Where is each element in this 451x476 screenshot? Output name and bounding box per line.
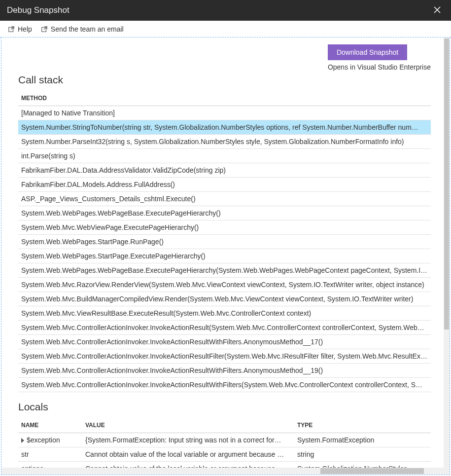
locals-value-cell: Cannot obtain value of the local variabl… <box>82 462 294 468</box>
callstack-method-cell: FabrikamFiber.DAL.Models.Address.FullAdd… <box>18 178 431 192</box>
callstack-method-header: METHOD <box>18 91 431 106</box>
callstack-method-cell: FabrikamFiber.DAL.Data.AddressValidator.… <box>18 163 431 178</box>
callstack-method-cell: System.Web.WebPages.WebPageBase.ExecuteP… <box>18 263 431 278</box>
callstack-method-cell: System.Web.Mvc.ControllerActionInvoker.I… <box>18 349 431 364</box>
toolbar: Help Send the team an email <box>0 21 451 37</box>
callstack-row[interactable]: System.Web.Mvc.ControllerActionInvoker.I… <box>18 321 431 335</box>
callstack-title: Call stack <box>18 74 431 86</box>
expand-caret-icon[interactable] <box>21 438 24 443</box>
locals-row[interactable]: strCannot obtain value of the local vari… <box>18 447 431 462</box>
callstack-row[interactable]: System.Web.WebPages.StartPage.ExecutePag… <box>18 249 431 263</box>
close-button[interactable] <box>430 3 444 17</box>
locals-value-cell: {System.FormatException: Input string wa… <box>82 433 294 447</box>
callstack-method-cell: System.Web.Mvc.WebViewPage.ExecutePageHi… <box>18 220 431 235</box>
locals-name-cell: str <box>18 447 82 462</box>
callstack-row[interactable]: System.Web.Mvc.ControllerActionInvoker.I… <box>18 335 431 349</box>
email-link[interactable]: Send the team an email <box>41 25 124 33</box>
callstack-method-cell: System.Web.Mvc.ControllerActionInvoker.I… <box>18 364 431 378</box>
locals-type-cell: System.Globalization.NumberStyles <box>294 462 431 468</box>
close-icon <box>433 6 441 14</box>
vertical-scrollbar[interactable] <box>444 37 450 468</box>
locals-table: NAME VALUE TYPE $exception{System.Format… <box>18 418 431 468</box>
download-block: Download Snapshot Opens in Visual Studio… <box>328 44 431 71</box>
email-label: Send the team an email <box>51 25 124 33</box>
callstack-method-cell: System.Web.WebPages.StartPage.ExecutePag… <box>18 249 431 263</box>
callstack-method-cell: System.Web.Mvc.ControllerActionInvoker.I… <box>18 335 431 349</box>
window-header: Debug Snapshot <box>0 0 451 21</box>
callstack-row[interactable]: System.Web.WebPages.WebPageBase.ExecuteP… <box>18 263 431 278</box>
external-link-icon <box>8 26 15 33</box>
window-title: Debug Snapshot <box>7 5 69 15</box>
callstack-method-cell: ASP._Page_Views_Customers_Details_cshtml… <box>18 192 431 206</box>
locals-row[interactable]: optionsCannot obtain value of the local … <box>18 462 431 468</box>
callstack-row[interactable]: System.Web.Mvc.ViewResultBase.ExecuteRes… <box>18 306 431 321</box>
horizontal-scrollbar-thumb[interactable] <box>320 468 424 474</box>
callstack-row[interactable]: System.Web.WebPages.StartPage.RunPage() <box>18 235 431 249</box>
callstack-row[interactable]: FabrikamFiber.DAL.Data.AddressValidator.… <box>18 163 431 178</box>
callstack-method-cell: System.Web.WebPages.WebPageBase.ExecuteP… <box>18 206 431 220</box>
scroll-area: Download Snapshot Opens in Visual Studio… <box>1 37 444 468</box>
locals-name-cell: options <box>18 462 82 468</box>
callstack-method-cell: System.Web.WebPages.StartPage.RunPage() <box>18 235 431 249</box>
horizontal-scrollbar[interactable] <box>1 468 444 475</box>
locals-name-header: NAME <box>18 418 82 433</box>
locals-title: Locals <box>18 401 431 413</box>
vertical-scrollbar-thumb[interactable] <box>444 38 449 330</box>
callstack-row[interactable]: System.Web.Mvc.RazorView.RenderView(Syst… <box>18 278 431 292</box>
download-hint-label: Opens in Visual Studio Enterprise <box>328 63 431 71</box>
locals-type-header: TYPE <box>294 418 431 433</box>
callstack-row[interactable]: System.Web.Mvc.ControllerActionInvoker.I… <box>18 364 431 378</box>
callstack-row[interactable]: ASP._Page_Views_Customers_Details_cshtml… <box>18 192 431 206</box>
callstack-method-cell: System.Web.Mvc.RazorView.RenderView(Syst… <box>18 278 431 292</box>
callstack-row[interactable]: System.Web.Mvc.BuildManagerCompiledView.… <box>18 292 431 306</box>
callstack-method-cell: System.Web.Mvc.ControllerActionInvoker.I… <box>18 378 431 392</box>
callstack-method-cell: System.Web.Mvc.BuildManagerCompiledView.… <box>18 292 431 306</box>
callstack-method-cell: System.Web.Mvc.ControllerActionInvoker.I… <box>18 321 431 335</box>
callstack-method-cell: int.Parse(string s) <box>18 149 431 163</box>
locals-value-header: VALUE <box>82 418 294 433</box>
external-link-icon <box>41 26 48 33</box>
callstack-row[interactable]: System.Web.Mvc.ControllerActionInvoker.I… <box>18 378 431 392</box>
panel-body: Download Snapshot Opens in Visual Studio… <box>1 37 450 475</box>
callstack-row[interactable]: System.Web.Mvc.ControllerActionInvoker.I… <box>18 349 431 364</box>
callstack-row[interactable]: System.Web.WebPages.WebPageBase.ExecuteP… <box>18 206 431 220</box>
callstack-method-cell: System.Number.StringToNumber(string str,… <box>18 120 431 135</box>
callstack-row[interactable]: System.Web.Mvc.WebViewPage.ExecutePageHi… <box>18 220 431 235</box>
locals-name-cell: $exception <box>18 433 82 447</box>
callstack-method-cell: [Managed to Native Transition] <box>18 106 431 120</box>
callstack-row[interactable]: FabrikamFiber.DAL.Models.Address.FullAdd… <box>18 178 431 192</box>
download-snapshot-button[interactable]: Download Snapshot <box>328 44 407 60</box>
callstack-row[interactable]: [Managed to Native Transition] <box>18 106 431 120</box>
locals-value-cell: Cannot obtain value of the local variabl… <box>82 447 294 462</box>
help-link[interactable]: Help <box>8 25 32 33</box>
help-label: Help <box>18 25 32 33</box>
callstack-row[interactable]: System.Number.ParseInt32(string s, Syste… <box>18 135 431 149</box>
locals-type-cell: string <box>294 447 431 462</box>
callstack-method-cell: System.Web.Mvc.ViewResultBase.ExecuteRes… <box>18 306 431 321</box>
locals-type-cell: System.FormatException <box>294 433 431 447</box>
callstack-row[interactable]: int.Parse(string s) <box>18 149 431 163</box>
callstack-table: METHOD [Managed to Native Transition]Sys… <box>18 91 431 392</box>
locals-row[interactable]: $exception{System.FormatException: Input… <box>18 433 431 447</box>
callstack-method-cell: System.Number.ParseInt32(string s, Syste… <box>18 135 431 149</box>
scroll-corner <box>444 468 450 475</box>
callstack-row[interactable]: System.Number.StringToNumber(string str,… <box>18 120 431 135</box>
